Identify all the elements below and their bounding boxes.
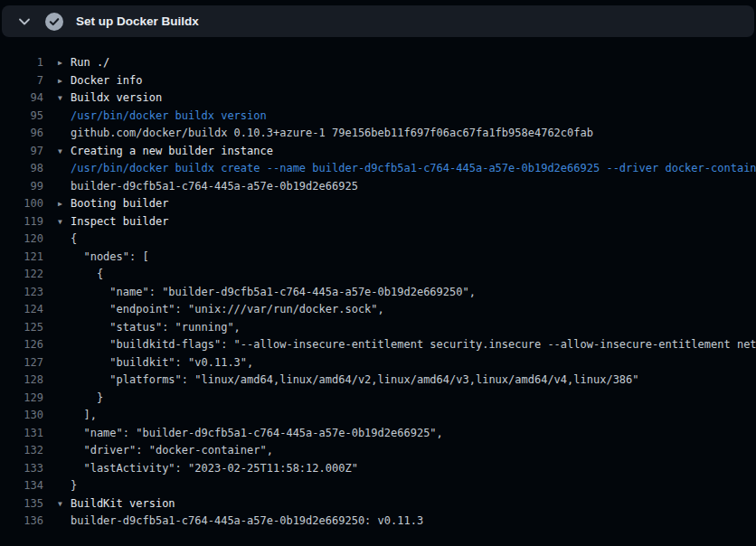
log-line: 98/usr/bin/docker buildx create --name b… [0,160,756,178]
line-number[interactable]: 133 [0,460,43,478]
log-line: 135▼BuildKit version [0,495,756,513]
triangle-down-icon[interactable]: ▼ [58,143,71,161]
indent-spacer [58,390,71,408]
line-number[interactable]: 98 [0,160,43,178]
step-title: Set up Docker Buildx [76,14,199,28]
line-number[interactable]: 120 [0,231,43,249]
chevron-down-icon[interactable] [17,14,32,29]
indent-spacer [58,125,71,143]
line-number[interactable]: 124 [0,301,43,319]
log-text: "buildkit": "v0.11.3", [71,354,253,372]
indent-spacer [58,354,71,372]
line-number[interactable]: 121 [0,249,43,267]
triangle-right-icon[interactable]: ▶ [58,195,71,213]
log-line: 126 "buildkitd-flags": "--allow-insecure… [0,336,756,354]
log-text: builder-d9cfb5a1-c764-445a-a57e-0b19d2e6… [71,513,423,531]
indent-spacer [58,178,71,196]
log-line: 123 "name": "builder-d9cfb5a1-c764-445a-… [0,284,756,302]
check-circle-icon [45,13,63,31]
log-line: 100▶Booting builder [0,195,756,213]
log-line: 125 "status": "running", [0,319,756,337]
line-number[interactable]: 7 [0,72,43,90]
log-text: { [71,231,77,249]
log-text: Inspect builder [71,213,168,231]
log-text: "name": "builder-d9cfb5a1-c764-445a-a57e… [71,284,476,302]
line-number[interactable]: 131 [0,425,43,443]
log-text: "nodes": [ [71,249,149,267]
line-number[interactable]: 127 [0,354,43,372]
indent-spacer [58,284,71,302]
indent-spacer [58,336,71,354]
log-text: } [71,390,103,408]
log-text: { [71,266,103,284]
line-number[interactable]: 128 [0,372,43,390]
line-number[interactable]: 100 [0,195,43,213]
log-line: 97▼Creating a new builder instance [0,143,756,161]
triangle-right-icon[interactable]: ▶ [58,72,71,90]
triangle-right-icon[interactable]: ▶ [58,54,71,72]
line-number[interactable]: 97 [0,143,43,161]
log-container: 1▶Run ./7▶Docker info94▼Buildx version95… [0,37,756,546]
line-number[interactable]: 95 [0,108,43,126]
triangle-down-icon[interactable]: ▼ [58,495,71,513]
log-line: 96github.com/docker/buildx 0.10.3+azure-… [0,125,756,143]
log-text: Run ./ [71,54,109,72]
line-number[interactable]: 99 [0,178,43,196]
log-text: "status": "running", [71,319,241,337]
line-number[interactable]: 122 [0,266,43,284]
log-text: BuildKit version [71,495,175,513]
line-number[interactable]: 126 [0,336,43,354]
log-text: Booting builder [71,195,168,213]
log-line: 121 "nodes": [ [0,249,756,267]
log-text: "driver": "docker-container", [71,442,273,460]
log-line: 132 "driver": "docker-container", [0,442,756,460]
line-number[interactable]: 1 [0,54,43,72]
log-line: 95/usr/bin/docker buildx version [0,108,756,126]
line-number[interactable]: 135 [0,495,43,513]
indent-spacer [58,231,71,249]
log-line: 124 "endpoint": "unix:///var/run/docker.… [0,301,756,319]
line-number[interactable]: 94 [0,89,43,108]
line-number[interactable]: 136 [0,513,43,531]
log-line: 131 "name": "builder-d9cfb5a1-c764-445a-… [0,425,756,443]
log-text: Docker info [71,72,142,90]
line-number[interactable]: 134 [0,477,43,495]
indent-spacer [58,372,71,390]
indent-spacer [58,425,71,443]
step-header[interactable]: Set up Docker Buildx [2,5,754,37]
line-number[interactable]: 96 [0,125,43,143]
log-text: /usr/bin/docker buildx version [71,108,267,126]
indent-spacer [58,460,71,478]
log-line: 136builder-d9cfb5a1-c764-445a-a57e-0b19d… [0,513,756,531]
log-line: 129 } [0,390,756,408]
log-line: 94▼Buildx version [0,89,756,108]
log-text: "endpoint": "unix:///var/run/docker.sock… [71,301,384,319]
line-number[interactable]: 132 [0,442,43,460]
log-text: ], [71,407,97,425]
log-line: 122 { [0,266,756,284]
line-number[interactable]: 130 [0,407,43,425]
log-text: "buildkitd-flags": "--allow-insecure-ent… [71,336,756,354]
log-text: github.com/docker/buildx 0.10.3+azure-1 … [71,125,593,143]
log-text: /usr/bin/docker buildx create --name bui… [71,160,756,178]
log-text: builder-d9cfb5a1-c764-445a-a57e-0b19d2e6… [71,178,358,196]
indent-spacer [58,266,71,284]
line-number[interactable]: 129 [0,390,43,408]
log-line: 128 "platforms": "linux/amd64,linux/amd6… [0,372,756,390]
indent-spacer [58,319,71,337]
log-line: 134} [0,477,756,495]
log-text: "name": "builder-d9cfb5a1-c764-445a-a57e… [71,425,443,443]
indent-spacer [58,108,71,126]
indent-spacer [58,249,71,267]
indent-spacer [58,160,71,178]
line-number[interactable]: 119 [0,213,43,231]
line-number[interactable]: 123 [0,284,43,302]
log-line: 127 "buildkit": "v0.11.3", [0,354,756,372]
indent-spacer [58,407,71,425]
log-text: Creating a new builder instance [71,143,273,161]
triangle-down-icon[interactable]: ▼ [58,89,71,108]
log-line: 1▶Run ./ [0,54,756,72]
triangle-down-icon[interactable]: ▼ [58,213,71,231]
line-number[interactable]: 125 [0,319,43,337]
indent-spacer [58,477,71,495]
